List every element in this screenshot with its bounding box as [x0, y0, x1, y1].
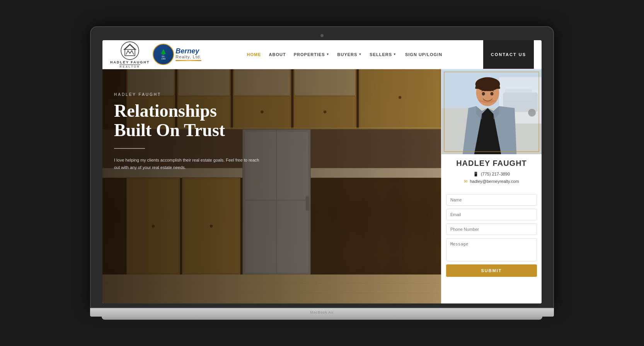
agent-email: ✉ hadley@berneyrealty.com: [448, 179, 535, 184]
hero-text-content: HADLEY FAUGHT Relationships Built On Tru…: [102, 69, 296, 183]
agent-svg: [441, 69, 542, 154]
hadley-name: HADLEY FAUGHT: [110, 60, 150, 64]
email-input[interactable]: [446, 209, 537, 220]
website: HADLEY FAUGHT REALTOR 🌲 Est.1966 Berney: [102, 40, 542, 304]
svg-point-56: [491, 92, 494, 95]
hero-section: HADLEY FAUGHT Relationships Built On Tru…: [102, 69, 441, 304]
nav-about[interactable]: ABOUT: [266, 50, 289, 59]
nav-signin[interactable]: SIGN UP/LOGIN: [401, 50, 446, 59]
phone-icon: 📱: [473, 172, 479, 177]
hadley-logo-icon: [120, 41, 140, 60]
agent-name: HADLEY FAUGHT: [448, 159, 535, 168]
main-content: HADLEY FAUGHT Relationships Built On Tru…: [102, 69, 542, 304]
message-input[interactable]: [446, 238, 537, 261]
laptop-screen: HADLEY FAUGHT REALTOR 🌲 Est.1966 Berney: [102, 40, 542, 304]
hadley-logo[interactable]: HADLEY FAUGHT REALTOR: [110, 41, 150, 68]
laptop-base: [90, 308, 554, 317]
contact-us-button[interactable]: CONTACT US: [483, 40, 534, 69]
agent-phone-number: (775) 217-3890: [481, 172, 510, 176]
camera: [320, 34, 324, 37]
hadley-realtor: REALTOR: [119, 65, 140, 68]
hero-divider: [114, 148, 145, 149]
berney-name-area: Berney Realty, Ltd.: [175, 48, 201, 61]
nav-sellers[interactable]: SELLERS ▼: [366, 50, 400, 59]
agent-email-address: hadley@berneyrealty.com: [470, 179, 519, 184]
laptop-shell: HADLEY FAUGHT REALTOR 🌲 Est.1966 Berney: [90, 26, 554, 320]
screen-bezel: HADLEY FAUGHT REALTOR 🌲 Est.1966 Berney: [90, 26, 554, 309]
sellers-chevron: ▼: [393, 53, 397, 56]
svg-point-55: [482, 92, 485, 95]
buyers-chevron: ▼: [358, 53, 362, 56]
laptop-foot: [102, 317, 542, 320]
agent-info: HADLEY FAUGHT 📱 (775) 217-3890 ✉ hadley@…: [441, 154, 542, 191]
properties-chevron: ▼: [326, 53, 330, 56]
name-input[interactable]: [446, 194, 537, 206]
svg-rect-50: [505, 89, 532, 100]
berney-badge-icon: 🌲 Est.1966: [153, 44, 174, 65]
nav-properties[interactable]: PROPERTIES ▼: [291, 50, 333, 59]
agent-photo: [441, 69, 542, 154]
hero-subtitle: HADLEY FAUGHT: [114, 92, 284, 97]
nav-buyers[interactable]: BUYERS ▼: [334, 50, 365, 59]
logo-area: HADLEY FAUGHT REALTOR 🌲 Est.1966 Berney: [110, 41, 211, 68]
nav-home[interactable]: HOME: [244, 50, 264, 59]
hero-description: I love helping my clients accomplish the…: [114, 157, 261, 171]
contact-panel: HADLEY FAUGHT 📱 (775) 217-3890 ✉ hadley@…: [441, 69, 542, 304]
contact-form: Submit: [441, 191, 542, 280]
phone-input[interactable]: [446, 223, 537, 235]
svg-point-52: [528, 109, 536, 116]
agent-phone: 📱 (775) 217-3890: [448, 172, 535, 177]
berney-subtitle: Realty, Ltd.: [175, 55, 201, 59]
berney-name: Berney: [175, 48, 201, 55]
main-nav: HOME ABOUT PROPERTIES ▼ BUYERS ▼ SELLERS: [211, 50, 479, 59]
email-icon: ✉: [464, 179, 467, 184]
berney-logo[interactable]: 🌲 Est.1966 Berney Realty, Ltd.: [153, 44, 201, 65]
berney-underline: [175, 60, 201, 61]
site-header: HADLEY FAUGHT REALTOR 🌲 Est.1966 Berney: [102, 40, 542, 69]
hero-title: Relationships Built On Trust: [114, 101, 284, 140]
submit-button[interactable]: Submit: [446, 264, 537, 277]
